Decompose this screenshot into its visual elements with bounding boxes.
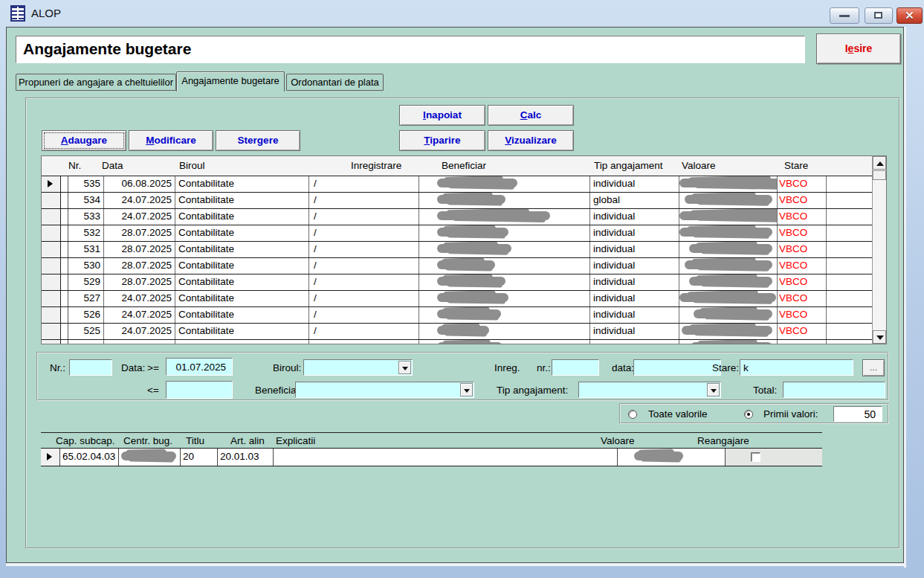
calc-button[interactable]: Calc [488, 105, 574, 126]
table-row[interactable]: 53506.08.2025Contabilitate/individualVBC… [42, 176, 872, 193]
dropdown-arrow-button[interactable] [707, 383, 720, 396]
primii-valori-count-input[interactable] [833, 406, 882, 422]
scrollbar-thumb[interactable] [873, 170, 886, 180]
arrow-down-icon [876, 335, 884, 340]
redacted-value [437, 309, 501, 318]
table-row[interactable]: 53424.07.2025Contabilitate/globalVBCO [42, 193, 872, 209]
biroul-cell: Contabilitate [175, 274, 309, 290]
inreg-nr-input[interactable] [552, 359, 599, 376]
exit-button[interactable]: Iesire [816, 33, 901, 64]
inapoiat-button[interactable]: Inapoiat [399, 105, 485, 126]
row-selector[interactable] [42, 274, 61, 290]
table-row[interactable]: 53128.07.2025Contabilitate/individualVBC… [42, 242, 872, 258]
tab-angajamente[interactable]: Angajamente bugetare [176, 71, 285, 91]
data-cell: 24.07.2025 [104, 324, 175, 339]
beneficiar-cell [419, 274, 590, 290]
stare-filter-input[interactable] [740, 359, 853, 376]
beneficiar-cell [419, 258, 590, 274]
stare-cell: VBCO [778, 291, 827, 306]
chevron-down-icon [402, 367, 408, 370]
close-button[interactable]: ✕ [896, 7, 923, 24]
vizualizare-button[interactable]: Vizualizare [488, 130, 574, 151]
col-header-explicatii: Explicatii [276, 435, 315, 446]
biroul-cell: Contabilitate [175, 291, 309, 306]
table-row[interactable]: 52524.07.2025Contabilitate/individualVBC… [42, 324, 872, 340]
nr-cell [68, 340, 104, 344]
stergere-button[interactable]: Stergere [216, 130, 300, 151]
filler-cell [827, 291, 872, 306]
dropdown-arrow-button[interactable] [460, 383, 473, 396]
row-selector[interactable] [42, 193, 61, 208]
radio-toate-valorile[interactable] [628, 410, 637, 419]
minimize-button[interactable] [830, 7, 859, 24]
date-to-input[interactable] [166, 381, 233, 399]
biroul-cell: Contabilitate [175, 242, 309, 257]
row-margin-cell [61, 242, 68, 257]
inreg-data-input[interactable] [633, 359, 721, 376]
tip-angajament-cell: individual [590, 258, 679, 274]
table-row[interactable]: 53324.07.2025Contabilitate/individualVBC… [42, 209, 872, 225]
table-row[interactable]: 53228.07.2025Contabilitate/individualVBC… [42, 225, 872, 242]
row-selector[interactable] [42, 307, 61, 323]
tab-propuneri[interactable]: Propuneri de angajare a cheltuielilor [16, 74, 176, 91]
row-selector[interactable] [42, 340, 61, 344]
inregistrare-cell: / [309, 291, 419, 306]
data-cell: 28.07.2025 [104, 242, 175, 257]
data-cell: 06.08.2025 [104, 176, 175, 192]
reangajare-cell [726, 449, 822, 466]
row-selector[interactable] [42, 242, 61, 257]
table-row[interactable]: 52724.07.2025Contabilitate/individualVBC… [42, 291, 872, 307]
detail-row[interactable]: 65.02.04.03 20 20.01.03 [41, 448, 822, 466]
total-input[interactable] [783, 382, 885, 398]
stare-cell: VBCO [778, 242, 827, 257]
row-margin-cell [61, 193, 68, 208]
row-selector[interactable] [42, 209, 61, 225]
row-selector[interactable] [42, 324, 61, 339]
nr-filter-input[interactable] [69, 359, 112, 376]
maximize-button[interactable] [865, 7, 893, 24]
beneficiar-cell [419, 291, 590, 306]
nr-filter-label: Nr.: [50, 362, 65, 373]
row-selector[interactable] [42, 176, 61, 192]
filler-cell [827, 242, 872, 257]
table-header-row: Nr. Data Biroul Inregistrare Beneficiar … [42, 156, 886, 176]
detail-table: Cap. subcap. Centr. bug. Titlu Art. alin… [41, 432, 822, 466]
date-from-input[interactable] [166, 358, 233, 376]
table-row[interactable]: 53028.07.2025Contabilitate/individualVBC… [42, 258, 872, 274]
beneficiar-dropdown[interactable] [295, 382, 474, 398]
vertical-scrollbar[interactable] [872, 156, 886, 344]
dropdown-arrow-button[interactable] [398, 361, 411, 374]
table-row[interactable]: individual [42, 340, 872, 344]
col-header-cap-subcap: Cap. subcap. [56, 435, 115, 446]
modificare-button[interactable]: Modificare [129, 130, 213, 151]
inreg-data-label: data: [612, 362, 634, 373]
row-selector[interactable] [42, 291, 61, 306]
stare-filter-label: Stare: [712, 362, 739, 373]
tiparire-button[interactable]: Tiparire [399, 130, 485, 151]
stare-cell: VBCO [778, 193, 827, 208]
biroul-dropdown[interactable] [303, 359, 413, 376]
table-row[interactable]: 52928.07.2025Contabilitate/individualVBC… [42, 274, 872, 291]
table-row[interactable]: 52624.07.2025Contabilitate/individualVBC… [42, 307, 872, 324]
titlu-cell: 20 [181, 449, 218, 466]
valoare-cell [679, 258, 778, 274]
scroll-up-button[interactable] [873, 156, 886, 170]
tip-angajament-cell: individual [590, 209, 679, 225]
redacted-value [437, 211, 550, 220]
redacted-value [679, 228, 772, 237]
valoare-cell [679, 274, 778, 290]
form-header: Angajamente bugetare [16, 36, 805, 63]
row-selector[interactable] [42, 258, 61, 274]
radio-primii-valori[interactable] [744, 410, 753, 419]
valoare-cell [679, 193, 778, 208]
adaugare-button[interactable]: Adaugare [42, 130, 126, 151]
filler-cell [827, 340, 872, 344]
tip-angajament-dropdown[interactable] [578, 382, 721, 398]
reangajare-checkbox[interactable] [751, 452, 760, 462]
row-selector[interactable] [42, 225, 61, 241]
scroll-down-button[interactable] [873, 330, 886, 344]
stare-browse-button[interactable]: ... [862, 359, 885, 376]
nr-cell: 535 [68, 176, 104, 192]
data-cell: 24.07.2025 [104, 209, 175, 225]
tab-ordonantari[interactable]: Ordonantari de plata [286, 74, 384, 91]
